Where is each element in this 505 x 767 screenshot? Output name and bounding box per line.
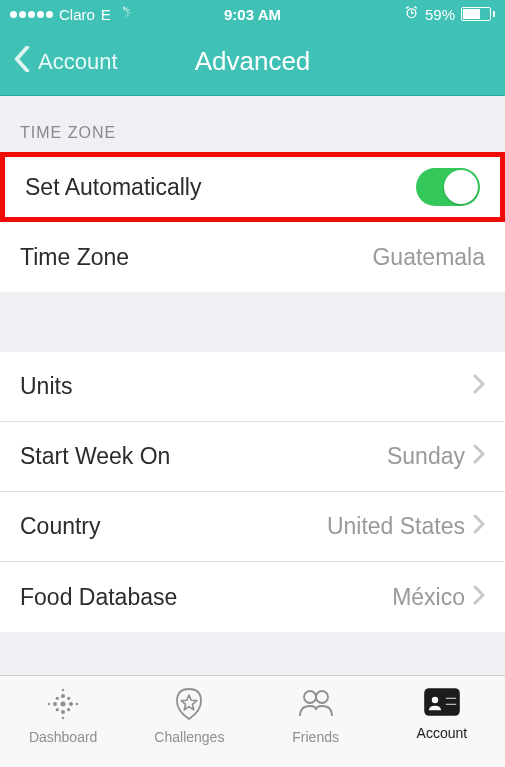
- id-card-icon: [422, 686, 462, 721]
- settings-scroll-area[interactable]: TIME ZONE Set Automatically Time Zone Gu…: [0, 96, 505, 675]
- row-time-zone[interactable]: Time Zone Guatemala: [0, 222, 505, 292]
- svg-point-23: [76, 703, 78, 705]
- status-time: 9:03 AM: [224, 6, 281, 23]
- svg-point-19: [67, 708, 70, 711]
- group-spacer: [0, 292, 505, 352]
- toggle-knob: [444, 170, 478, 204]
- row-label: Start Week On: [20, 443, 170, 470]
- tab-label: Dashboard: [29, 729, 98, 745]
- svg-point-28: [431, 696, 439, 704]
- tab-challenges[interactable]: Challenges: [126, 686, 252, 745]
- row-start-week-on[interactable]: Start Week On Sunday: [0, 422, 505, 492]
- svg-point-18: [56, 708, 59, 711]
- svg-line-2: [127, 10, 129, 11]
- svg-point-22: [48, 703, 50, 705]
- row-food-database[interactable]: Food Database México: [0, 562, 505, 632]
- svg-rect-30: [445, 703, 457, 706]
- chevron-right-icon: [473, 443, 485, 470]
- row-label: Units: [20, 373, 72, 400]
- svg-line-4: [127, 14, 129, 15]
- svg-line-9: [406, 7, 408, 8]
- svg-point-11: [61, 702, 66, 707]
- tab-label: Challenges: [154, 729, 224, 745]
- svg-point-14: [53, 702, 57, 706]
- svg-point-16: [56, 697, 59, 700]
- svg-point-20: [62, 689, 64, 691]
- svg-point-17: [67, 697, 70, 700]
- chevron-right-icon: [473, 584, 485, 611]
- nav-bar: Account Advanced: [0, 28, 505, 96]
- status-right: 59%: [404, 5, 495, 23]
- dashboard-icon: [45, 686, 81, 725]
- svg-point-26: [316, 691, 328, 703]
- svg-point-21: [62, 717, 64, 719]
- svg-line-1: [126, 8, 127, 10]
- chevron-right-icon: [473, 373, 485, 400]
- spinner-icon: [117, 6, 131, 23]
- svg-rect-29: [445, 697, 457, 700]
- tab-account[interactable]: Account: [379, 686, 505, 741]
- row-value: United States: [327, 513, 465, 540]
- ios-status-bar: Claro E 9:03 AM 59%: [0, 0, 505, 28]
- row-label: Country: [20, 513, 101, 540]
- chevron-left-icon: [14, 46, 30, 78]
- star-badge-icon: [171, 686, 207, 725]
- svg-point-15: [69, 702, 73, 706]
- svg-point-13: [61, 710, 65, 714]
- row-set-automatically[interactable]: Set Automatically: [0, 152, 505, 222]
- row-country[interactable]: Country United States: [0, 492, 505, 562]
- tab-bar: Dashboard Challenges Friends: [0, 675, 505, 767]
- svg-line-10: [415, 7, 417, 8]
- svg-line-5: [126, 15, 127, 17]
- group-timezone: Set Automatically Time Zone Guatemala: [0, 152, 505, 292]
- tab-label: Friends: [292, 729, 339, 745]
- svg-point-25: [304, 691, 316, 703]
- row-label: Set Automatically: [25, 174, 201, 201]
- group-preferences: Units Start Week On Sunday Country Unite…: [0, 352, 505, 632]
- chevron-right-icon: [473, 513, 485, 540]
- section-header-timezone: TIME ZONE: [0, 96, 505, 152]
- battery-percent-label: 59%: [425, 6, 455, 23]
- tab-dashboard[interactable]: Dashboard: [0, 686, 126, 745]
- row-value: Guatemala: [372, 244, 485, 271]
- friends-icon: [296, 686, 336, 725]
- network-type-label: E: [101, 6, 111, 23]
- svg-marker-24: [182, 695, 198, 710]
- row-label: Food Database: [20, 584, 177, 611]
- signal-strength-icon: [10, 11, 53, 18]
- row-value: México: [392, 584, 465, 611]
- tab-label: Account: [417, 725, 468, 741]
- back-button[interactable]: Account: [14, 46, 118, 78]
- row-label: Time Zone: [20, 244, 129, 271]
- battery-icon: [461, 7, 495, 21]
- toggle-set-automatically[interactable]: [416, 168, 480, 206]
- svg-point-12: [61, 694, 65, 698]
- alarm-icon: [404, 5, 419, 23]
- carrier-label: Claro: [59, 6, 95, 23]
- tab-friends[interactable]: Friends: [253, 686, 379, 745]
- page-title: Advanced: [195, 46, 311, 77]
- status-left: Claro E: [10, 6, 131, 23]
- row-units[interactable]: Units: [0, 352, 505, 422]
- row-value: Sunday: [387, 443, 465, 470]
- back-label: Account: [38, 49, 118, 75]
